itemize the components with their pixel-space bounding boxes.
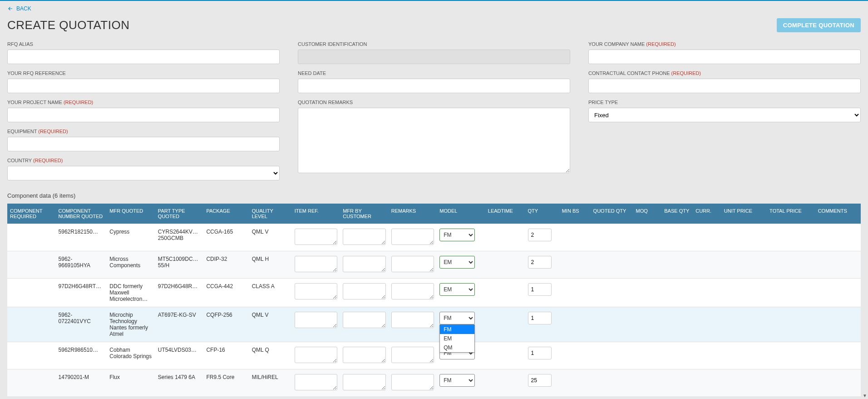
item-ref-input[interactable] bbox=[295, 256, 338, 272]
model-select[interactable]: FM bbox=[439, 312, 475, 324]
package-cell: CDIP-32 bbox=[203, 251, 249, 279]
remarks-input[interactable] bbox=[391, 229, 434, 245]
qty-input[interactable] bbox=[528, 256, 552, 269]
table-row: 5962R182150…CypressCYRS2644KV… 250GCMBCC… bbox=[7, 224, 861, 251]
part-type-cell: CYRS2644KV… 250GCMB bbox=[155, 224, 204, 251]
mfr-cell: DDC formerly Maxwell Microelectron… bbox=[107, 279, 155, 307]
scroll-down-icon: ▼ bbox=[863, 393, 867, 398]
table-row: 5962-0722401VYCMicrochip Technology Nant… bbox=[7, 307, 861, 342]
model-select[interactable]: EM bbox=[439, 283, 475, 296]
item-ref-input[interactable] bbox=[295, 374, 338, 390]
table-row: 5962-9669105HYAMicross ComponentsMT5C100… bbox=[7, 251, 861, 279]
your-company-name-label: YOUR COMPANY NAME (Required) bbox=[588, 41, 861, 47]
customer-identification-label: CUSTOMER IDENTIFICATION bbox=[298, 41, 570, 47]
quality-cell: QML H bbox=[249, 251, 292, 279]
mfr-cell: Flux bbox=[107, 369, 155, 397]
dropdown-option[interactable]: FM bbox=[440, 325, 474, 334]
quality-cell: QML V bbox=[249, 307, 292, 342]
mfr-cell: Microchip Technology Nantes formerly Atm… bbox=[107, 307, 155, 342]
country-select[interactable] bbox=[7, 166, 280, 180]
table-row: 14790201-MFluxSeries 1479 6AFR9.5 CoreMI… bbox=[7, 369, 861, 397]
quality-cell: QML V bbox=[249, 224, 292, 251]
column-header: QUALITY LEVEL bbox=[249, 204, 292, 224]
price-type-label: PRICE TYPE bbox=[588, 100, 861, 105]
model-select[interactable]: FM bbox=[439, 374, 475, 387]
qty-input[interactable] bbox=[528, 312, 552, 324]
part-type-cell: UT54LVDS03… bbox=[155, 342, 204, 369]
part-type-cell: 97D2H6G48R… bbox=[155, 279, 204, 307]
column-header: MFR BY CUSTOMER bbox=[340, 204, 389, 224]
item-ref-input[interactable] bbox=[295, 312, 338, 328]
quotation-remarks-label: QUOTATION REMARKS bbox=[298, 100, 570, 105]
item-ref-input[interactable] bbox=[295, 347, 338, 363]
column-header: COMPONENT REQUIRED bbox=[7, 204, 56, 224]
dropdown-option[interactable]: QM bbox=[440, 343, 474, 352]
column-header: COMMENTS bbox=[815, 204, 861, 224]
package-cell: CCGA-165 bbox=[203, 224, 249, 251]
component-number-cell: 97D2H6G48RT… bbox=[56, 279, 107, 307]
component-number-cell: 14790201-M bbox=[56, 369, 107, 397]
column-header: MIN BS bbox=[559, 204, 591, 224]
component-table: COMPONENT REQUIREDCOMPONENT NUMBER QUOTE… bbox=[7, 204, 861, 396]
your-company-name-input[interactable] bbox=[588, 50, 861, 64]
column-header: PACKAGE bbox=[203, 204, 249, 224]
qty-input[interactable] bbox=[528, 283, 552, 296]
model-select[interactable]: EM bbox=[439, 256, 475, 269]
customer-identification-input bbox=[298, 50, 570, 64]
table-row: 5962R986510…Cobham Colorado SpringsUT54L… bbox=[7, 342, 861, 369]
arrow-left-icon bbox=[7, 5, 14, 12]
mfr-by-customer-input[interactable] bbox=[343, 347, 386, 363]
back-link[interactable]: BACK bbox=[0, 1, 39, 16]
qty-input[interactable] bbox=[528, 347, 552, 359]
column-header: MOQ bbox=[633, 204, 662, 224]
remarks-input[interactable] bbox=[391, 283, 434, 299]
column-header: UNIT PRICE bbox=[721, 204, 767, 224]
back-label: BACK bbox=[16, 5, 31, 12]
table-row: 97D2H6G48RT…DDC formerly Maxwell Microel… bbox=[7, 279, 861, 307]
qty-input[interactable] bbox=[528, 374, 552, 387]
remarks-input[interactable] bbox=[391, 256, 434, 272]
remarks-input[interactable] bbox=[391, 374, 434, 390]
contractual-contact-phone-input[interactable] bbox=[588, 79, 861, 93]
mfr-by-customer-input[interactable] bbox=[343, 374, 386, 390]
mfr-by-customer-input[interactable] bbox=[343, 283, 386, 299]
need-date-input[interactable] bbox=[298, 79, 570, 93]
column-header: ITEM REF. bbox=[292, 204, 340, 224]
mfr-cell: Cobham Colorado Springs bbox=[107, 342, 155, 369]
package-cell: CQFP-256 bbox=[203, 307, 249, 342]
component-number-cell: 5962-0722401VYC bbox=[56, 307, 107, 342]
column-header: PART TYPE QUOTED bbox=[155, 204, 204, 224]
column-header: MODEL bbox=[437, 204, 485, 224]
quality-cell: QML Q bbox=[249, 342, 292, 369]
dropdown-option[interactable]: EM bbox=[440, 334, 474, 343]
top-accent-bar bbox=[0, 0, 868, 1]
mfr-by-customer-input[interactable] bbox=[343, 312, 386, 328]
component-number-cell: 5962-9669105HYA bbox=[56, 251, 107, 279]
mfr-cell: Micross Components bbox=[107, 251, 155, 279]
component-number-cell: 5962R986510… bbox=[56, 342, 107, 369]
column-header: REMARKS bbox=[389, 204, 437, 224]
package-cell: FR9.5 Core bbox=[203, 369, 249, 397]
your-project-name-input[interactable] bbox=[7, 108, 280, 122]
your-rfq-reference-label: YOUR RFQ REFERENCE bbox=[7, 70, 280, 76]
remarks-input[interactable] bbox=[391, 312, 434, 328]
rfq-alias-input[interactable] bbox=[7, 50, 280, 64]
remarks-input[interactable] bbox=[391, 347, 434, 363]
complete-quotation-button[interactable]: COMPLETE QUOTATION bbox=[777, 18, 861, 32]
price-type-select[interactable]: Fixed bbox=[588, 108, 861, 122]
column-header: QTY bbox=[525, 204, 559, 224]
mfr-by-customer-input[interactable] bbox=[343, 256, 386, 272]
item-ref-input[interactable] bbox=[295, 229, 338, 245]
quality-cell: CLASS A bbox=[249, 279, 292, 307]
equipment-input[interactable] bbox=[7, 137, 280, 151]
column-header: TOTAL PRICE bbox=[767, 204, 815, 224]
mfr-by-customer-input[interactable] bbox=[343, 229, 386, 245]
your-rfq-reference-input[interactable] bbox=[7, 79, 280, 93]
item-ref-input[interactable] bbox=[295, 283, 338, 299]
quotation-remarks-textarea[interactable] bbox=[298, 108, 570, 173]
package-cell: CCGA-442 bbox=[203, 279, 249, 307]
contractual-contact-phone-label: CONTRACTUAL CONTACT PHONE (Required) bbox=[588, 70, 861, 76]
model-select[interactable]: FM bbox=[439, 229, 475, 241]
qty-input[interactable] bbox=[528, 229, 552, 241]
package-cell: CFP-16 bbox=[203, 342, 249, 369]
